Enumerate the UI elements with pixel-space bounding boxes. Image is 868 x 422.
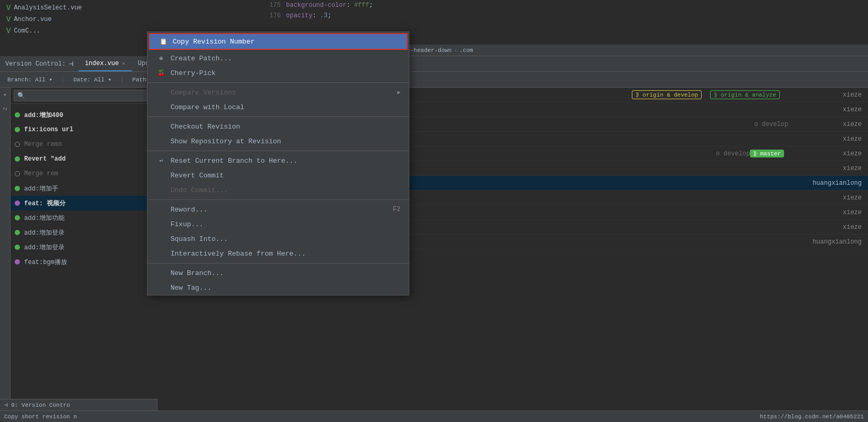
commit-dot-icon bbox=[15, 245, 20, 250]
reset-branch-item[interactable]: ↩ Reset Current Branch to Here... bbox=[147, 153, 409, 168]
sidebar-search-area bbox=[10, 88, 152, 104]
separator: | bbox=[61, 76, 65, 83]
commit-msg: Merge remo bbox=[24, 141, 147, 148]
vc-toolbar: Branch: All ▾ | Date: All ▾ | Paths: All… bbox=[0, 72, 868, 88]
tag-origin-develop: ⟫ origin & develop bbox=[632, 90, 702, 99]
commit-sidebar-item[interactable]: Revert "add bbox=[10, 152, 152, 166]
commit-author: xieze bbox=[788, 224, 862, 231]
tab-bar: Version Control: ⊣ index.vue ✕ Update In… bbox=[0, 56, 868, 72]
commit-msg: add:增加400 bbox=[24, 111, 147, 120]
commit-msg: add:增加登录 bbox=[24, 228, 147, 237]
menu-separator bbox=[147, 82, 409, 83]
file-item[interactable]: V Anchor.vue bbox=[0, 14, 257, 25]
commit-sidebar-item[interactable]: add:增加登录 bbox=[10, 240, 152, 255]
commit-author: xieze bbox=[788, 150, 862, 157]
commit-sidebar-item[interactable]: fix:icons url bbox=[10, 122, 152, 137]
menu-item-label: Squash Into... bbox=[171, 235, 400, 243]
cherry-pick-icon: 🍒 bbox=[156, 69, 166, 77]
commit-author: xieze bbox=[788, 91, 862, 99]
tab-close-icon[interactable]: ✕ bbox=[122, 60, 125, 67]
create-patch-item[interactable]: ⊕ Create Patch... bbox=[147, 51, 409, 66]
separator: | bbox=[120, 76, 124, 83]
file-name: AnalysisSelect.vue bbox=[14, 4, 82, 12]
version-control-tab[interactable]: ⊣ 9: Version Contro bbox=[4, 402, 70, 408]
shortcut-f2: F2 bbox=[393, 206, 400, 213]
date-selector[interactable]: Date: All ▾ bbox=[70, 75, 115, 84]
commit-sidebar-item[interactable]: Merge remo bbox=[10, 137, 152, 152]
commit-msg: add:增加功能 bbox=[24, 214, 147, 223]
commit-sidebar-item[interactable]: Merge rem bbox=[10, 166, 152, 181]
vc-icon[interactable]: ⊣ bbox=[69, 59, 73, 68]
file-name: Anchor.vue bbox=[14, 16, 51, 23]
commit-sidebar-item[interactable]: add:增加登录 bbox=[10, 225, 152, 240]
menu-separator bbox=[147, 151, 409, 151]
branch-selector[interactable]: Branch: All ▾ bbox=[4, 75, 56, 84]
commit-msg: Merge rem bbox=[24, 170, 147, 177]
menu-item-label: Copy Revision Number bbox=[173, 38, 398, 46]
new-branch-item[interactable]: New Branch... bbox=[147, 266, 409, 280]
tag-master: ⟫ master bbox=[750, 150, 784, 157]
new-tag-item[interactable]: New Tag... bbox=[147, 280, 409, 295]
menu-item-label: Create Patch... bbox=[171, 55, 400, 62]
interactive-rebase-item[interactable]: Interactively Rebase from Here... bbox=[147, 246, 409, 261]
line-number: 176 bbox=[268, 12, 286, 19]
menu-item-label: Reword... bbox=[171, 206, 393, 214]
undo-commit-item[interactable]: Undo Commit... bbox=[147, 183, 409, 197]
menu-separator bbox=[147, 199, 409, 200]
commit-dot-icon bbox=[15, 112, 20, 118]
commit-dot-icon bbox=[15, 156, 20, 162]
tag-area: ⟫ origin & develop ⟫ origin & analyze xi… bbox=[632, 90, 862, 99]
commit-author: xieze bbox=[788, 194, 862, 202]
compare-versions-item[interactable]: Compare Versions ▶ bbox=[147, 85, 409, 100]
submenu-arrow-icon: ▶ bbox=[397, 89, 400, 96]
file-item[interactable]: V AnalysisSelect.vue bbox=[0, 2, 257, 14]
commit-sidebar-item[interactable]: add:增加功能 bbox=[10, 210, 152, 225]
menu-item-label: Cherry-Pick bbox=[171, 69, 400, 77]
create-patch-icon: ⊕ bbox=[156, 55, 166, 62]
commit-dot-icon bbox=[15, 259, 20, 265]
commit-sidebar-item-selected[interactable]: feat: 视频分 bbox=[10, 196, 152, 210]
commit-dot-icon bbox=[15, 142, 20, 147]
checkout-revision-item[interactable]: Checkout Revision bbox=[147, 119, 409, 134]
code-content: opacity: .3; bbox=[286, 12, 331, 19]
code-content: background-color: #fff; bbox=[286, 2, 373, 9]
star-icon: ★ bbox=[2, 92, 8, 99]
commit-sidebar-item[interactable]: feat:bgm播放 bbox=[10, 255, 152, 269]
commit-dot-icon bbox=[15, 171, 20, 176]
status-bar: Copy short revision n https://blog.csdn.… bbox=[0, 410, 868, 422]
commit-sidebar-item[interactable]: add:增加400 bbox=[10, 108, 152, 122]
search-input[interactable] bbox=[14, 90, 149, 101]
revert-commit-item[interactable]: Revert Commit bbox=[147, 168, 409, 183]
squash-item[interactable]: Squash Into... bbox=[147, 231, 409, 246]
breadcrumb-item: .com bbox=[459, 47, 473, 54]
menu-item-label: Checkout Revision bbox=[171, 123, 400, 131]
copy-revision-highlight-border: 📋 Copy Revision Number bbox=[149, 33, 408, 50]
tab-index-vue[interactable]: index.vue ✕ bbox=[79, 56, 132, 71]
commit-author: huangxianlong bbox=[788, 238, 862, 246]
commit-msg: add:增加手 bbox=[24, 184, 147, 193]
commit-msg: fix:icons url bbox=[24, 126, 147, 133]
menu-item-label: Undo Commit... bbox=[171, 186, 400, 194]
commit-author: xieze bbox=[788, 209, 862, 216]
commit-dot-icon bbox=[15, 215, 20, 220]
commit-msg: feat: 视频分 bbox=[24, 199, 147, 208]
fixup-item[interactable]: Fixup... bbox=[147, 217, 409, 231]
commit-dot-icon bbox=[15, 230, 20, 235]
commit-author: huangxianlong bbox=[788, 180, 862, 187]
cherry-pick-item[interactable]: 🍒 Cherry-Pick bbox=[147, 66, 409, 80]
reword-item[interactable]: Reword... F2 bbox=[147, 202, 409, 217]
bottom-tab-bar: ⊣ 9: Version Contro bbox=[0, 399, 157, 410]
menu-item-label: Fixup... bbox=[171, 220, 400, 228]
copy-icon: 📋 bbox=[158, 38, 168, 46]
show-repository-item[interactable]: Show Repository at Revision bbox=[147, 134, 409, 149]
structure-tab[interactable]: Z bbox=[1, 103, 9, 115]
commit-dot-icon bbox=[15, 127, 20, 132]
compare-with-local-item[interactable]: Compare with Local bbox=[147, 100, 409, 114]
favorites-tab[interactable]: ★ bbox=[1, 88, 9, 103]
copy-revision-number-item[interactable]: 📋 Copy Revision Number bbox=[150, 34, 407, 49]
menu-item-label: Compare with Local bbox=[171, 103, 400, 111]
commit-sidebar-item[interactable]: add:增加手 bbox=[10, 181, 152, 196]
structure-label: Z bbox=[2, 107, 8, 111]
version-control-label: Version Control: ⊣ bbox=[0, 56, 79, 71]
vue-icon: V bbox=[6, 4, 10, 12]
